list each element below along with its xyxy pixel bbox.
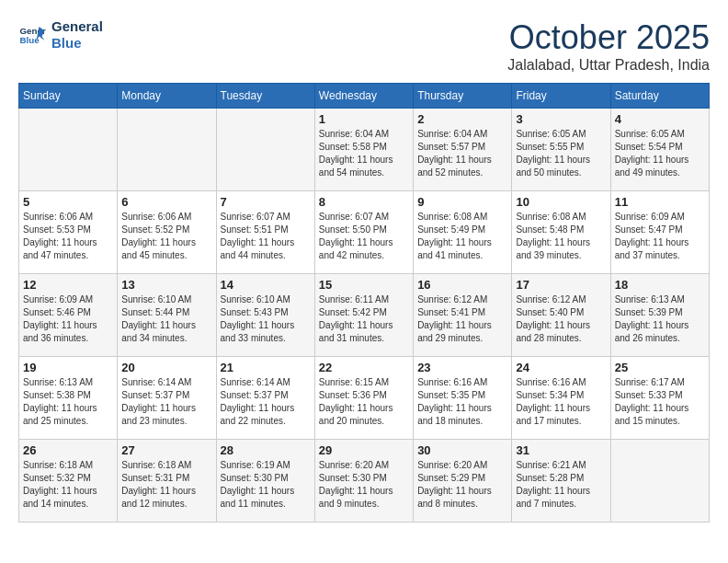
title-area: October 2025 Jalalabad, Uttar Pradesh, I…	[507, 18, 710, 74]
calendar-cell: 27Sunrise: 6:18 AMSunset: 5:31 PMDayligh…	[118, 440, 216, 523]
day-info: Sunrise: 6:09 AMSunset: 5:46 PMDaylight:…	[23, 293, 113, 345]
day-number: 12	[23, 278, 113, 292]
day-info: Sunrise: 6:08 AMSunset: 5:49 PMDaylight:…	[417, 211, 507, 262]
calendar-cell	[118, 109, 216, 191]
calendar-cell	[610, 440, 709, 523]
calendar-cell: 16Sunrise: 6:12 AMSunset: 5:41 PMDayligh…	[414, 274, 512, 357]
calendar-cell: 18Sunrise: 6:13 AMSunset: 5:39 PMDayligh…	[610, 274, 709, 357]
day-number: 1	[319, 112, 409, 126]
month-title: October 2025	[507, 18, 710, 57]
week-row-3: 12Sunrise: 6:09 AMSunset: 5:46 PMDayligh…	[19, 274, 710, 357]
day-number: 8	[319, 195, 409, 209]
calendar-cell	[19, 109, 118, 191]
day-info: Sunrise: 6:07 AMSunset: 5:50 PMDaylight:…	[319, 211, 409, 262]
calendar-cell: 5Sunrise: 6:06 AMSunset: 5:53 PMDaylight…	[19, 191, 118, 274]
logo-blue: Blue	[51, 35, 103, 52]
day-number: 3	[516, 112, 606, 126]
calendar-cell: 28Sunrise: 6:19 AMSunset: 5:30 PMDayligh…	[216, 440, 314, 523]
calendar-cell: 4Sunrise: 6:05 AMSunset: 5:54 PMDaylight…	[610, 109, 709, 191]
header: General Blue General Blue October 2025 J…	[18, 18, 710, 74]
week-row-2: 5Sunrise: 6:06 AMSunset: 5:53 PMDaylight…	[19, 191, 710, 274]
svg-text:Blue: Blue	[20, 35, 40, 45]
calendar-cell: 20Sunrise: 6:14 AMSunset: 5:37 PMDayligh…	[118, 357, 216, 440]
calendar-cell: 21Sunrise: 6:14 AMSunset: 5:37 PMDayligh…	[216, 357, 314, 440]
calendar-cell: 29Sunrise: 6:20 AMSunset: 5:30 PMDayligh…	[314, 440, 413, 523]
calendar-cell: 1Sunrise: 6:04 AMSunset: 5:58 PMDaylight…	[314, 109, 413, 191]
day-number: 30	[417, 443, 507, 457]
day-info: Sunrise: 6:19 AMSunset: 5:30 PMDaylight:…	[221, 459, 311, 511]
day-number: 11	[615, 195, 705, 209]
day-info: Sunrise: 6:08 AMSunset: 5:48 PMDaylight:…	[516, 211, 606, 262]
day-info: Sunrise: 6:15 AMSunset: 5:36 PMDaylight:…	[319, 376, 409, 428]
calendar-cell: 24Sunrise: 6:16 AMSunset: 5:34 PMDayligh…	[512, 357, 610, 440]
calendar-cell: 13Sunrise: 6:10 AMSunset: 5:44 PMDayligh…	[118, 274, 216, 357]
day-number: 4	[615, 112, 705, 126]
calendar-cell: 15Sunrise: 6:11 AMSunset: 5:42 PMDayligh…	[314, 274, 413, 357]
calendar-cell: 12Sunrise: 6:09 AMSunset: 5:46 PMDayligh…	[19, 274, 118, 357]
calendar-cell	[216, 109, 314, 191]
day-number: 29	[319, 443, 409, 457]
day-number: 19	[23, 361, 113, 374]
week-row-4: 19Sunrise: 6:13 AMSunset: 5:38 PMDayligh…	[19, 357, 710, 440]
day-info: Sunrise: 6:05 AMSunset: 5:55 PMDaylight:…	[516, 128, 606, 179]
logo-general: General	[51, 18, 103, 35]
calendar-cell: 6Sunrise: 6:06 AMSunset: 5:52 PMDaylight…	[118, 191, 216, 274]
day-info: Sunrise: 6:07 AMSunset: 5:51 PMDaylight:…	[221, 211, 311, 262]
day-number: 25	[615, 361, 705, 374]
weekday-header-row: SundayMondayTuesdayWednesdayThursdayFrid…	[19, 84, 710, 109]
calendar-cell: 3Sunrise: 6:05 AMSunset: 5:55 PMDaylight…	[512, 109, 610, 191]
day-number: 26	[23, 443, 113, 457]
day-info: Sunrise: 6:17 AMSunset: 5:33 PMDaylight:…	[615, 376, 705, 428]
calendar-cell: 17Sunrise: 6:12 AMSunset: 5:40 PMDayligh…	[512, 274, 610, 357]
calendar-cell: 22Sunrise: 6:15 AMSunset: 5:36 PMDayligh…	[314, 357, 413, 440]
day-number: 13	[121, 278, 211, 292]
weekday-header-saturday: Saturday	[610, 84, 709, 109]
day-info: Sunrise: 6:18 AMSunset: 5:31 PMDaylight:…	[121, 459, 211, 511]
day-info: Sunrise: 6:16 AMSunset: 5:35 PMDaylight:…	[417, 376, 507, 428]
day-number: 27	[121, 443, 211, 457]
day-number: 2	[417, 112, 507, 126]
calendar-cell: 26Sunrise: 6:18 AMSunset: 5:32 PMDayligh…	[19, 440, 118, 523]
calendar-cell: 8Sunrise: 6:07 AMSunset: 5:50 PMDaylight…	[314, 191, 413, 274]
day-number: 17	[516, 278, 606, 292]
day-info: Sunrise: 6:04 AMSunset: 5:57 PMDaylight:…	[417, 128, 507, 179]
day-info: Sunrise: 6:13 AMSunset: 5:38 PMDaylight:…	[23, 376, 113, 428]
weekday-header-tuesday: Tuesday	[216, 84, 314, 109]
logo-icon: General Blue	[18, 21, 46, 49]
calendar-cell: 31Sunrise: 6:21 AMSunset: 5:28 PMDayligh…	[512, 440, 610, 523]
weekday-header-sunday: Sunday	[19, 84, 118, 109]
day-info: Sunrise: 6:14 AMSunset: 5:37 PMDaylight:…	[221, 376, 311, 428]
calendar-cell: 2Sunrise: 6:04 AMSunset: 5:57 PMDaylight…	[414, 109, 512, 191]
day-info: Sunrise: 6:21 AMSunset: 5:28 PMDaylight:…	[516, 459, 606, 511]
weekday-header-thursday: Thursday	[414, 84, 512, 109]
day-info: Sunrise: 6:10 AMSunset: 5:43 PMDaylight:…	[221, 293, 311, 345]
day-number: 5	[23, 195, 113, 209]
day-info: Sunrise: 6:10 AMSunset: 5:44 PMDaylight:…	[121, 293, 211, 345]
weekday-header-friday: Friday	[512, 84, 610, 109]
day-number: 7	[221, 195, 311, 209]
day-number: 6	[121, 195, 211, 209]
location: Jalalabad, Uttar Pradesh, India	[507, 57, 710, 74]
calendar-cell: 23Sunrise: 6:16 AMSunset: 5:35 PMDayligh…	[414, 357, 512, 440]
day-info: Sunrise: 6:20 AMSunset: 5:30 PMDaylight:…	[319, 459, 409, 511]
calendar-cell: 14Sunrise: 6:10 AMSunset: 5:43 PMDayligh…	[216, 274, 314, 357]
day-info: Sunrise: 6:16 AMSunset: 5:34 PMDaylight:…	[516, 376, 606, 428]
day-number: 22	[319, 361, 409, 374]
day-number: 15	[319, 278, 409, 292]
day-number: 31	[516, 443, 606, 457]
calendar-cell: 30Sunrise: 6:20 AMSunset: 5:29 PMDayligh…	[414, 440, 512, 523]
day-number: 9	[417, 195, 507, 209]
day-number: 18	[615, 278, 705, 292]
day-info: Sunrise: 6:18 AMSunset: 5:32 PMDaylight:…	[23, 459, 113, 511]
day-number: 21	[221, 361, 311, 374]
week-row-1: 1Sunrise: 6:04 AMSunset: 5:58 PMDaylight…	[19, 109, 710, 191]
calendar: SundayMondayTuesdayWednesdayThursdayFrid…	[18, 83, 710, 523]
calendar-cell: 10Sunrise: 6:08 AMSunset: 5:48 PMDayligh…	[512, 191, 610, 274]
day-info: Sunrise: 6:12 AMSunset: 5:41 PMDaylight:…	[417, 293, 507, 345]
day-info: Sunrise: 6:20 AMSunset: 5:29 PMDaylight:…	[417, 459, 507, 511]
day-info: Sunrise: 6:06 AMSunset: 5:52 PMDaylight:…	[121, 211, 211, 262]
logo: General Blue General Blue	[18, 18, 103, 52]
calendar-cell: 11Sunrise: 6:09 AMSunset: 5:47 PMDayligh…	[610, 191, 709, 274]
day-number: 23	[417, 361, 507, 374]
day-number: 20	[121, 361, 211, 374]
